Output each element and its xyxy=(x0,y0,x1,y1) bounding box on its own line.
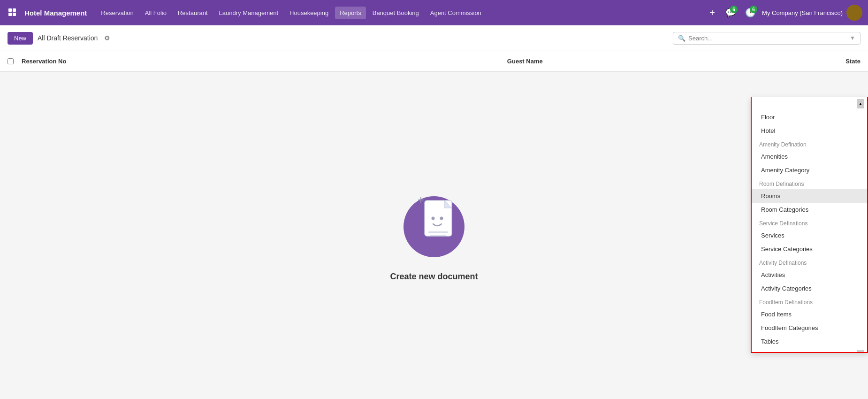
table-header: Reservation No Guest Name State xyxy=(0,51,868,72)
dropdown-section-room-definations: Room Definations xyxy=(752,177,867,189)
dropdown-item-room-categories[interactable]: Room Categories xyxy=(752,203,867,216)
search-dropdown-arrow[interactable]: ▼ xyxy=(850,35,855,41)
nav-reservation[interactable]: Reservation xyxy=(96,7,138,19)
svg-rect-3 xyxy=(13,13,16,16)
new-button[interactable]: New xyxy=(8,32,33,45)
dropdown-item-activity-categories[interactable]: Activity Categories xyxy=(752,282,867,295)
svg-point-7 xyxy=(431,217,434,220)
dropdown-section-amenity-defination: Amenity Defination xyxy=(752,138,867,150)
dropdown-item-rooms[interactable]: Rooms xyxy=(752,189,867,203)
clock-notification-button[interactable]: 🕐 6 xyxy=(742,5,758,21)
scroll-up-area: ▲ xyxy=(752,97,867,110)
svg-rect-0 xyxy=(8,8,12,12)
add-menu-button[interactable]: + xyxy=(706,6,719,20)
main-content: Create new document ▲ FloorHotelAmenity … xyxy=(0,72,868,399)
svg-rect-1 xyxy=(13,8,16,12)
dropdown-section-fooditem-definations: FoodItem Definations xyxy=(752,295,867,307)
dropdown-item-food-items[interactable]: Food Items xyxy=(752,307,867,321)
doc-illustration xyxy=(396,189,472,264)
avatar[interactable] xyxy=(846,5,862,21)
dropdown-item-activities[interactable]: Activities xyxy=(752,268,867,282)
dropdown-item-hotel[interactable]: Hotel xyxy=(752,124,867,138)
nav-all-folio[interactable]: All Folio xyxy=(140,7,171,19)
nav-agent[interactable]: Agent Commission xyxy=(426,7,486,19)
brand-name: Hotel Management xyxy=(24,9,87,17)
dropdown-item-service-categories[interactable]: Service Categories xyxy=(752,242,867,256)
grid-icon[interactable] xyxy=(6,6,20,20)
nav-laundry[interactable]: Laundry Management xyxy=(214,7,283,19)
dropdown-item-tables[interactable]: Tables xyxy=(752,335,867,348)
document-icon xyxy=(417,194,459,247)
top-nav: Hotel Management Reservation All Folio R… xyxy=(0,0,868,25)
dropdown-panel: ▲ FloorHotelAmenity DefinationAmenitiesA… xyxy=(751,97,868,353)
nav-restaurant[interactable]: Restaurant xyxy=(173,7,213,19)
nav-banquet[interactable]: Banquet Booking xyxy=(368,7,424,19)
chat-notification-button[interactable]: 💬 6 xyxy=(723,5,739,21)
empty-state: Create new document xyxy=(390,189,478,282)
empty-label: Create new document xyxy=(390,272,478,282)
toolbar: New All Draft Reservation ⚙ 🔍 ▼ xyxy=(0,25,868,51)
dropdown-item-fooditem-categories[interactable]: FoodItem Categories xyxy=(752,321,867,335)
svg-rect-10 xyxy=(430,235,446,236)
page-title: All Draft Reservation xyxy=(38,34,98,42)
company-label[interactable]: My Company (San Francisco) xyxy=(762,9,843,16)
col-guest-name: Guest Name xyxy=(357,58,693,65)
select-all-checkbox[interactable] xyxy=(8,58,22,64)
scroll-down-area: ▼ xyxy=(752,348,867,353)
search-box: 🔍 ▼ xyxy=(673,32,860,45)
col-reservation-no: Reservation No xyxy=(22,58,357,65)
dropdown-item-floor[interactable]: Floor xyxy=(752,110,867,124)
settings-icon[interactable]: ⚙ xyxy=(104,34,110,42)
nav-housekeeping[interactable]: Housekeeping xyxy=(285,7,333,19)
search-icon: 🔍 xyxy=(678,35,685,42)
nav-reports[interactable]: Reports xyxy=(335,7,366,19)
dropdown-section-activity-definations: Activity Definations xyxy=(752,256,867,268)
svg-rect-2 xyxy=(8,13,12,16)
dropdown-item-services[interactable]: Services xyxy=(752,229,867,242)
svg-point-8 xyxy=(440,217,443,220)
dropdown-section-service-definations: Service Definations xyxy=(752,216,867,229)
scroll-up-button[interactable]: ▲ xyxy=(857,99,864,108)
clock-badge: 6 xyxy=(750,6,757,13)
chat-badge: 6 xyxy=(730,6,738,13)
svg-rect-9 xyxy=(428,231,448,233)
dropdown-item-amenities[interactable]: Amenities xyxy=(752,150,867,163)
dropdown-item-amenity-category[interactable]: Amenity Category xyxy=(752,163,867,177)
search-input[interactable] xyxy=(688,35,847,42)
col-state: State xyxy=(693,58,860,65)
select-all-input[interactable] xyxy=(8,58,14,64)
scroll-down-button[interactable]: ▼ xyxy=(857,350,864,353)
dropdown-items-list: FloorHotelAmenity DefinationAmenitiesAme… xyxy=(752,110,867,348)
